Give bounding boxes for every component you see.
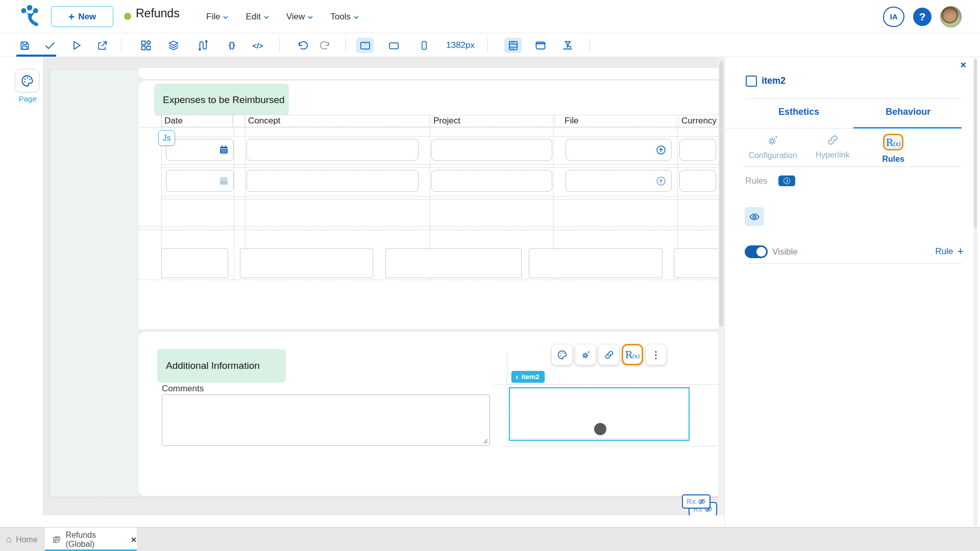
upload-icon [655,144,667,156]
empty-cell-box[interactable] [385,248,522,278]
layout-grid-button[interactable] [139,39,153,52]
braces-button[interactable]: {} [225,39,238,52]
undo-button[interactable] [296,39,309,52]
date-field[interactable] [166,139,234,161]
desktop-view-button[interactable] [356,38,374,53]
section-title-expenses[interactable]: Expenses to be Reimbursed [154,84,289,116]
save-button[interactable] [18,39,31,52]
menu-file[interactable]: File [206,12,229,22]
panel-title: item2 [762,76,786,86]
empty-cell-box[interactable] [529,248,663,278]
concept-field[interactable] [247,139,419,161]
column-header-file[interactable]: File [554,115,677,127]
hyperlink-button[interactable] [598,344,620,365]
panel-scroll-thumb[interactable] [974,59,977,228]
gear-sparkle-icon [766,134,779,147]
empty-cell-box[interactable] [240,248,373,278]
currency-field[interactable] [679,170,716,192]
empty-cell-box[interactable] [674,248,724,278]
export-icon [96,40,108,52]
ai-assistant-button[interactable]: IA [883,7,904,27]
toggle-knob [756,247,766,257]
app-window: + New Refunds File Edit View Tools [0,0,980,551]
menu-tools[interactable]: Tools [330,12,359,22]
export-button[interactable] [95,39,109,52]
info-badge[interactable]: i [778,176,795,186]
menu-view[interactable]: View [286,12,314,22]
canvas-width-label: 1382px [446,40,475,51]
divider [743,166,962,167]
page-side-strip[interactable] [50,70,139,496]
funnel-align-icon [561,39,574,52]
flow-button[interactable] [195,39,209,52]
page-tool-label: Page [1,94,55,103]
tablet-icon [388,40,400,52]
calendar-icon [218,144,229,155]
run-button[interactable] [70,39,83,52]
column-header-date[interactable]: Date [161,115,233,127]
panel-close-button[interactable]: ✕ [960,60,967,70]
subtab-rules[interactable]: R(x) Rules [863,134,924,164]
concept-field[interactable] [247,170,419,192]
project-field[interactable] [431,170,552,192]
redo-button[interactable] [318,39,332,52]
rule-visibility-badge[interactable]: Rx [682,494,710,509]
currency-field[interactable] [679,139,716,161]
column-header-currency[interactable]: Currency [678,115,724,127]
close-tab-icon[interactable]: ✕ [131,536,137,544]
home-icon: ⌂ [6,534,12,545]
comments-textarea[interactable] [162,394,490,446]
section-title-additional-info[interactable]: Additional Information [157,349,286,383]
layers-button[interactable] [167,39,180,52]
header-right-group: IA ? [883,0,962,33]
vertical-scroll-thumb[interactable] [719,61,723,327]
validate-button[interactable] [43,39,57,52]
eye-icon [749,211,760,222]
visible-toggle[interactable] [745,245,768,258]
page-tool-button[interactable] [15,69,39,92]
tablet-view-button[interactable] [387,39,400,52]
plus-icon: + [957,246,964,257]
more-options-button[interactable]: ⋮ [645,344,667,365]
tab-behaviour[interactable]: Behaviour [853,107,963,117]
selected-widget-badge[interactable]: ‹ item2 [511,371,545,383]
tab-refunds-global[interactable]: Refunds (Global) ✕ [45,528,137,551]
menu-edit[interactable]: Edit [246,12,269,22]
save-icon [19,40,31,52]
file-field[interactable] [566,139,672,161]
new-button[interactable]: + New [51,6,113,27]
rules-button[interactable]: R(x) [622,344,643,365]
desktop-icon [359,40,371,52]
split-panel-icon [507,40,519,52]
settings-button[interactable] [575,344,596,365]
date-field[interactable] [166,170,234,192]
empty-cell-box[interactable] [161,248,228,278]
subtab-configuration[interactable]: Configuration [742,134,803,160]
file-field[interactable] [566,170,672,192]
phone-view-button[interactable] [418,39,431,52]
column-header-project[interactable]: Project [430,115,553,127]
home-tab[interactable]: ⌂ Home [6,528,38,551]
project-status-dot [124,13,131,20]
page-header-band[interactable] [139,68,724,79]
chevron-down-icon [353,14,359,20]
split-view-button[interactable] [504,38,522,53]
subtab-hyperlink[interactable]: Hyperlink [802,134,863,160]
tab-esthetics[interactable]: Esthetics [744,107,853,117]
divider [745,263,962,264]
align-tools-button[interactable] [561,39,574,52]
project-field[interactable] [431,139,552,161]
selected-widget-box[interactable] [509,387,690,441]
toolbar-separator [590,38,590,52]
add-rule-button[interactable]: Rule + [935,246,964,257]
frame-view-button[interactable] [534,39,547,52]
toolbar-separator [279,38,280,52]
style-button[interactable] [551,344,573,365]
widget-select-checkbox[interactable] [746,76,757,87]
visibility-rule-button[interactable] [745,207,764,226]
js-rule-badge[interactable]: Js [158,130,175,146]
code-view-button[interactable]: </> [251,39,264,52]
user-avatar[interactable] [940,6,962,28]
help-button[interactable]: ? [913,8,932,26]
column-header-concept[interactable]: Concept [245,115,429,127]
